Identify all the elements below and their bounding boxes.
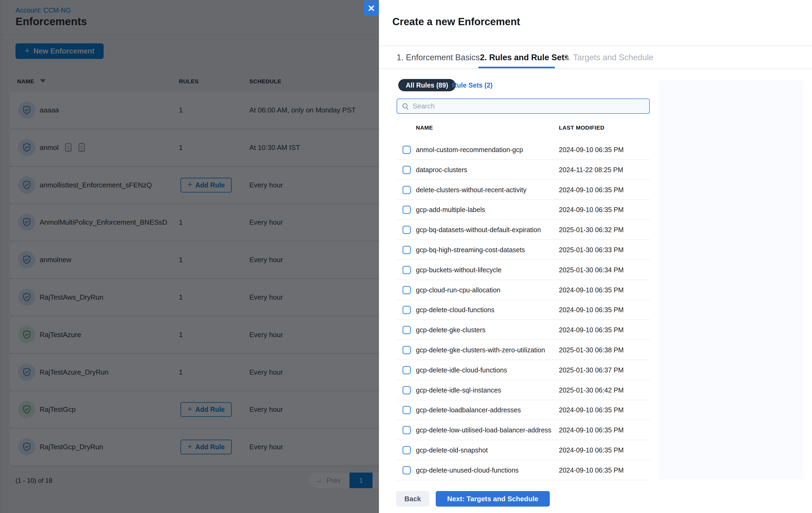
rule-row[interactable]: gcp-delete-loadbalancer-addresses2024-09…	[397, 400, 650, 420]
rule-row[interactable]: dataproc-clusters2024-11-22 08:25 PM	[397, 160, 650, 180]
rule-last-modified: 2025-01-30 06:34 PM	[559, 260, 624, 280]
tab-enforcement-basics[interactable]: 1. Enforcement Basics	[397, 46, 480, 69]
rule-name[interactable]: anmol-custom-recommendation-gcp	[416, 140, 523, 160]
rule-name[interactable]: gcp-bq-high-streaming-cost-datasets	[416, 240, 525, 260]
drawer-title: Create a new Enforcement	[392, 16, 520, 28]
rule-row[interactable]: gcp-cloud-run-cpu-allocation2024-09-10 0…	[397, 280, 650, 300]
rule-last-modified: 2025-01-30 06:33 PM	[559, 240, 624, 260]
rule-name[interactable]: gcp-add-multiple-labels	[416, 200, 485, 220]
rule-checkbox[interactable]	[403, 346, 411, 354]
rule-last-modified: 2024-09-10 06:35 PM	[559, 420, 624, 440]
rule-name[interactable]: gcp-delete-gke-clusters	[416, 320, 486, 340]
rule-checkbox[interactable]	[403, 366, 411, 374]
rule-row[interactable]: gcp-delete-idle-cloud-functions2025-01-3…	[397, 360, 650, 380]
rule-row[interactable]: gcp-buckets-without-lifecycle2025-01-30 …	[397, 260, 650, 280]
rule-last-modified: 2025-01-30 06:37 PM	[559, 360, 624, 380]
rule-last-modified: 2024-09-10 06:35 PM	[559, 140, 624, 160]
rule-checkbox[interactable]	[403, 266, 411, 274]
search-icon	[401, 102, 409, 110]
rule-checkbox[interactable]	[403, 186, 411, 194]
rule-last-modified: 2024-09-10 06:35 PM	[559, 300, 624, 320]
tab-rules-and-rule-sets[interactable]: 2. Rules and Rule Sets	[480, 46, 569, 69]
rule-checkbox[interactable]	[403, 406, 411, 414]
rule-row[interactable]: gcp-delete-gke-clusters2024-09-10 06:35 …	[397, 320, 650, 340]
rule-checkbox[interactable]	[403, 246, 411, 254]
rule-checkbox[interactable]	[403, 146, 411, 154]
rule-checkbox[interactable]	[403, 426, 411, 434]
close-icon[interactable]: ✕	[364, 1, 379, 16]
rule-last-modified: 2024-09-10 06:35 PM	[559, 180, 624, 200]
tab-targets-and-schedule[interactable]: 3. Targets and Schedule	[564, 46, 654, 69]
rules-search-box[interactable]	[397, 98, 650, 114]
rule-last-modified: 2024-09-10 06:35 PM	[559, 320, 624, 340]
rule-checkbox[interactable]	[403, 466, 411, 475]
rules-list: anmol-custom-recommendation-gcp2024-09-1…	[397, 140, 650, 480]
next-targets-schedule-button[interactable]: Next: Targets and Schedule	[436, 491, 550, 507]
rule-row[interactable]: gcp-delete-cloud-functions2024-09-10 06:…	[397, 300, 650, 320]
list-header-name: NAME	[416, 124, 433, 131]
rule-row[interactable]: gcp-delete-unused-cloud-functions2024-09…	[397, 460, 650, 480]
rule-name[interactable]: gcp-delete-gke-clusters-with-zero-utiliz…	[416, 340, 545, 360]
rule-name[interactable]: gcp-bq-datasets-without-default-expirati…	[416, 220, 541, 240]
rule-last-modified: 2024-09-10 06:35 PM	[559, 400, 624, 420]
rule-row[interactable]: anmol-custom-recommendation-gcp2024-09-1…	[397, 140, 650, 160]
rule-checkbox[interactable]	[403, 166, 411, 174]
rule-last-modified: 2025-01-30 06:38 PM	[559, 340, 624, 360]
rule-checkbox[interactable]	[403, 286, 411, 294]
rule-row[interactable]: gcp-add-multiple-labels2024-09-10 06:35 …	[397, 200, 650, 220]
rule-row[interactable]: gcp-bq-high-streaming-cost-datasets2025-…	[397, 240, 650, 260]
rule-row[interactable]: gcp-delete-gke-clusters-with-zero-utiliz…	[397, 340, 650, 360]
rule-row[interactable]: gcp-delete-idle-sql-instances2025-01-30 …	[397, 380, 650, 400]
rule-row[interactable]: delete-clusters-without-recent-activity2…	[397, 180, 650, 200]
toggle-rule-sets[interactable]: Rule Sets (2)	[452, 79, 493, 91]
rule-last-modified: 2024-11-22 08:25 PM	[559, 160, 623, 180]
rule-last-modified: 2024-09-10 06:35 PM	[559, 200, 624, 220]
rule-last-modified: 2025-01-30 06:42 PM	[559, 380, 624, 400]
create-enforcement-drawer: ✕ Create a new Enforcement 1. Enforcemen…	[379, 0, 812, 513]
rule-checkbox[interactable]	[403, 386, 411, 394]
rule-name[interactable]: gcp-delete-old-snapshot	[416, 440, 488, 460]
rule-name[interactable]: gcp-delete-unused-cloud-functions	[416, 460, 519, 480]
back-button[interactable]: Back	[396, 491, 429, 507]
rule-checkbox[interactable]	[403, 446, 411, 454]
rule-name[interactable]: gcp-delete-low-utilised-load-balancer-ad…	[416, 420, 551, 440]
rule-name[interactable]: dataproc-clusters	[416, 160, 467, 180]
rule-name[interactable]: gcp-delete-idle-sql-instances	[416, 380, 501, 400]
rule-checkbox[interactable]	[403, 226, 411, 234]
rule-name[interactable]: gcp-delete-loadbalancer-addresses	[416, 400, 521, 420]
rule-checkbox[interactable]	[403, 206, 411, 214]
rule-name[interactable]: gcp-delete-idle-cloud-functions	[416, 360, 507, 380]
selected-rules-panel	[659, 80, 804, 479]
rule-row[interactable]: gcp-delete-low-utilised-load-balancer-ad…	[397, 420, 650, 440]
rule-last-modified: 2024-09-10 06:35 PM	[559, 280, 624, 300]
rule-name[interactable]: delete-clusters-without-recent-activity	[416, 180, 526, 200]
rule-checkbox[interactable]	[403, 306, 411, 314]
rule-last-modified: 2024-09-10 06:35 PM	[559, 460, 624, 480]
search-input[interactable]	[413, 102, 649, 110]
list-header-last-modified: LAST MODIFIED	[559, 124, 604, 131]
rule-row[interactable]: gcp-bq-datasets-without-default-expirati…	[397, 220, 650, 240]
rule-name[interactable]: gcp-buckets-without-lifecycle	[416, 260, 502, 280]
wizard-tabbar: 1. Enforcement Basics 2. Rules and Rule …	[379, 46, 812, 69]
toggle-all-rules[interactable]: All Rules (89)	[398, 79, 456, 91]
active-tab-underline	[478, 67, 555, 68]
rule-checkbox[interactable]	[403, 326, 411, 334]
rule-name[interactable]: gcp-delete-cloud-functions	[416, 300, 494, 320]
rule-row[interactable]: gcp-delete-old-snapshot2024-09-10 06:35 …	[397, 440, 650, 460]
rule-last-modified: 2025-01-30 06:32 PM	[559, 220, 624, 240]
rule-last-modified: 2024-09-10 06:35 PM	[559, 440, 624, 460]
rule-name[interactable]: gcp-cloud-run-cpu-allocation	[416, 280, 500, 300]
